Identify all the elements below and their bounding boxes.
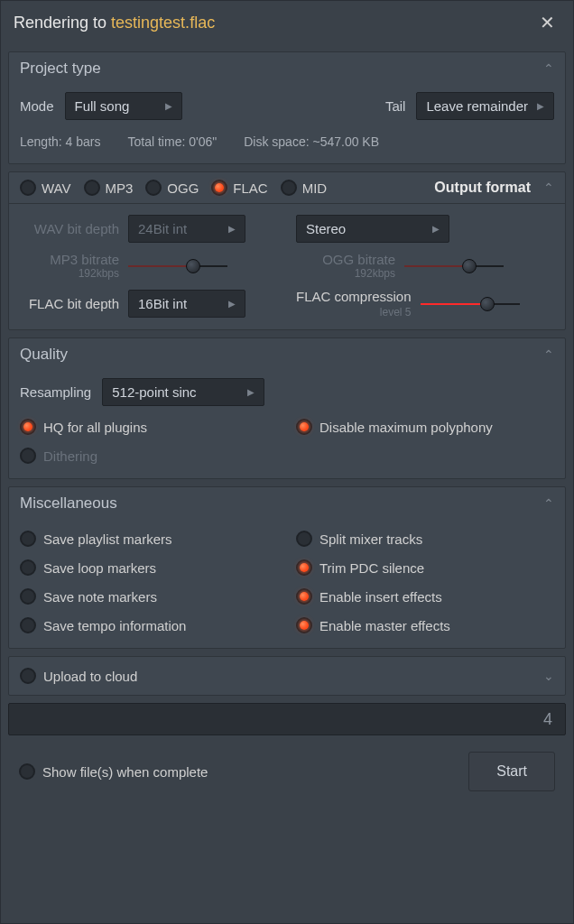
disk-space-info: Disk space: ~547.00 KB [244, 134, 379, 149]
misc-section: Miscellaneous ⌃ Save playlist markers Sp… [8, 486, 566, 649]
project-type-label: Project type [20, 60, 101, 78]
format-mid-radio[interactable]: MID [281, 180, 328, 196]
enable-insert-label: Enable insert effects [319, 589, 442, 605]
dropdown-arrow-icon: ▶ [228, 224, 236, 234]
split-mixer-label: Split mixer tracks [319, 531, 422, 547]
progress-bar: 4 [8, 703, 566, 735]
cloud-section: Upload to cloud ⌄ [8, 656, 566, 696]
misc-label: Miscellaneous [20, 494, 117, 513]
radio-on-icon [211, 180, 227, 196]
save-loop-check[interactable]: Save loop markers [20, 556, 278, 579]
format-mp3-radio[interactable]: MP3 [84, 180, 134, 196]
tail-value: Leave remainder [426, 98, 528, 114]
title-prefix: Rendering to [14, 14, 111, 32]
flac-comp-label: FLAC compression [296, 289, 412, 304]
mode-label: Mode [20, 98, 54, 114]
ogg-bitrate-slider[interactable] [404, 257, 504, 275]
save-loop-label: Save loop markers [43, 560, 156, 576]
upload-cloud-check[interactable]: Upload to cloud [20, 664, 137, 688]
format-ogg-label: OGG [167, 180, 199, 196]
close-button[interactable]: ✕ [534, 10, 560, 35]
radio-icon [19, 763, 35, 780]
output-format-label: Output format [434, 180, 531, 196]
quality-section: Quality ⌃ Resampling 512-point sinc ▶ HQ… [8, 337, 566, 479]
dithering-label: Dithering [43, 448, 97, 464]
save-playlist-check[interactable]: Save playlist markers [20, 527, 278, 550]
total-time-info: Total time: 0'06" [128, 134, 218, 149]
radio-on-icon [296, 588, 312, 605]
dropdown-arrow-icon: ▶ [537, 101, 544, 111]
radio-icon [296, 531, 312, 547]
chevron-down-icon[interactable]: ⌄ [543, 669, 554, 683]
start-label: Start [496, 763, 527, 779]
radio-on-icon [296, 559, 312, 576]
format-flac-radio[interactable]: FLAC [211, 180, 267, 196]
project-type-header[interactable]: Project type ⌃ [9, 52, 565, 85]
stereo-value: Stereo [306, 221, 346, 236]
resampling-dropdown[interactable]: 512-point sinc ▶ [102, 378, 264, 406]
project-type-section: Project type ⌃ Mode Full song ▶ Tail Lea… [8, 51, 566, 164]
tail-label: Tail [385, 98, 406, 114]
disable-polyphony-check[interactable]: Disable maximum polyphony [296, 415, 554, 439]
radio-on-icon [296, 617, 312, 633]
chevron-up-icon: ⌃ [543, 180, 554, 195]
disable-polyphony-label: Disable maximum polyphony [319, 420, 493, 435]
render-dialog: Rendering to testingtest.flac ✕ Project … [0, 0, 574, 924]
chevron-up-icon: ⌃ [543, 347, 554, 362]
radio-on-icon [20, 419, 36, 435]
dithering-check[interactable]: Dithering [20, 444, 278, 467]
titlebar: Rendering to testingtest.flac ✕ [1, 1, 573, 44]
radio-icon [20, 448, 36, 464]
mode-dropdown[interactable]: Full song ▶ [65, 92, 182, 120]
footer: Show file(s) when complete Start [8, 743, 566, 800]
quality-header[interactable]: Quality ⌃ [9, 338, 565, 371]
trim-pdc-check[interactable]: Trim PDC silence [296, 556, 554, 579]
radio-icon [20, 559, 36, 576]
hq-plugins-check[interactable]: HQ for all plugins [20, 415, 278, 439]
ogg-bitrate-value: 192kbps [296, 267, 395, 280]
misc-header[interactable]: Miscellaneous ⌃ [9, 487, 565, 520]
flac-comp-value: level 5 [380, 306, 412, 319]
save-playlist-label: Save playlist markers [43, 531, 172, 547]
enable-master-check[interactable]: Enable master effects [296, 614, 554, 637]
save-tempo-check[interactable]: Save tempo information [20, 614, 278, 637]
wav-depth-dropdown[interactable]: 24Bit int ▶ [128, 215, 245, 243]
format-wav-radio[interactable]: WAV [20, 180, 71, 196]
radio-icon [20, 668, 36, 684]
radio-icon [20, 531, 36, 547]
radio-icon [145, 180, 162, 196]
start-button[interactable]: Start [468, 752, 555, 791]
resampling-value: 512-point sinc [112, 384, 196, 400]
trim-pdc-label: Trim PDC silence [319, 560, 424, 576]
mp3-bitrate-label: MP3 bitrate [20, 252, 119, 267]
wav-depth-label: WAV bit depth [20, 221, 119, 236]
flac-comp-slider[interactable] [421, 295, 520, 313]
format-flac-label: FLAC [233, 180, 267, 196]
wav-depth-value: 24Bit int [138, 221, 187, 236]
output-format-section: WAV MP3 OGG FLAC MID Output [8, 171, 566, 330]
window-title: Rendering to testingtest.flac [14, 14, 215, 32]
hq-plugins-label: HQ for all plugins [43, 420, 147, 435]
flac-depth-label: FLAC bit depth [20, 296, 119, 311]
split-mixer-check[interactable]: Split mixer tracks [296, 527, 554, 550]
save-note-check[interactable]: Save note markers [20, 585, 278, 608]
show-files-check[interactable]: Show file(s) when complete [19, 760, 208, 783]
radio-icon [20, 180, 36, 196]
resampling-label: Resampling [20, 384, 91, 400]
quality-label: Quality [20, 346, 68, 364]
chevron-up-icon: ⌃ [543, 61, 554, 76]
flac-depth-dropdown[interactable]: 16Bit int ▶ [128, 290, 245, 318]
mp3-bitrate-slider[interactable] [128, 257, 227, 275]
mode-value: Full song [75, 98, 130, 114]
progress-value: 4 [543, 710, 552, 729]
title-filename: testingtest.flac [111, 14, 215, 32]
stereo-dropdown[interactable]: Stereo ▶ [296, 215, 449, 243]
tail-dropdown[interactable]: Leave remainder ▶ [416, 92, 554, 120]
format-ogg-radio[interactable]: OGG [145, 180, 199, 196]
upload-cloud-label: Upload to cloud [43, 669, 137, 684]
enable-insert-check[interactable]: Enable insert effects [296, 585, 554, 608]
dropdown-arrow-icon: ▶ [165, 101, 172, 111]
save-note-label: Save note markers [43, 589, 157, 605]
chevron-up-icon: ⌃ [543, 496, 554, 511]
ogg-bitrate-label: OGG bitrate [296, 252, 395, 267]
